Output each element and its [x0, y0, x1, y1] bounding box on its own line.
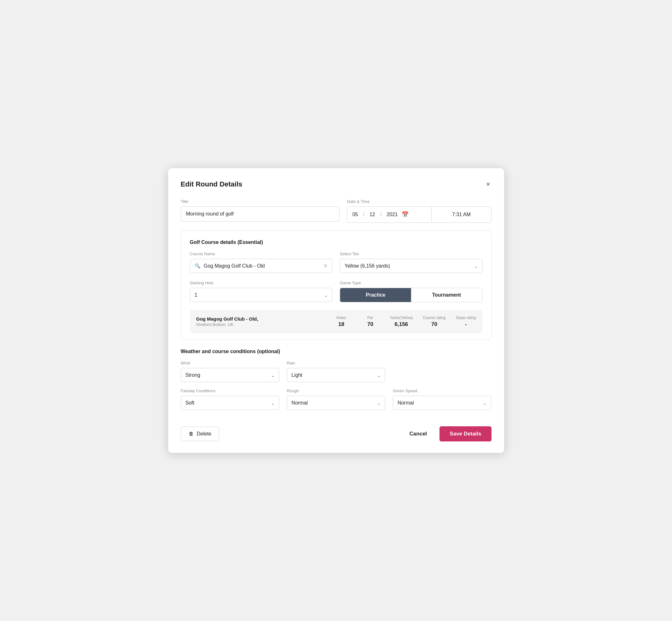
weather-section: Weather and course conditions (optional)…	[181, 349, 492, 410]
golf-course-title: Golf Course details (Essential)	[190, 240, 482, 245]
starting-hole-dropdown[interactable]: 1 10	[190, 288, 333, 302]
cancel-button[interactable]: Cancel	[405, 427, 432, 441]
course-location: Shelford Bottom, UK	[196, 322, 322, 327]
title-group: Title	[181, 199, 339, 221]
green-speed-container[interactable]: Normal Slow Fast Very Fast ⌄	[393, 396, 491, 410]
wind-label: Wind	[181, 361, 279, 365]
edit-round-modal: Edit Round Details × Title Date & Time 0…	[168, 168, 504, 453]
title-label: Title	[181, 199, 339, 204]
rain-container[interactable]: Light None Moderate Heavy ⌄	[287, 368, 385, 382]
course-name-group: Course Name 🔍 ✕	[190, 251, 333, 273]
hole-gametype-row: Starting Hole 1 10 ⌄ Game Type Practice …	[190, 281, 482, 302]
select-tee-group: Select Tee Yellow (6,156 yards) Red Whit…	[340, 251, 482, 273]
course-rating-value: 70	[431, 321, 437, 328]
select-tee-container[interactable]: Yellow (6,156 yards) Red White Blue ⌄	[340, 259, 482, 273]
starting-hole-label: Starting Hole	[190, 281, 333, 285]
date-time-inputs: 05 / 12 / 2021 📅 7:31 AM	[347, 206, 492, 223]
search-icon: 🔍	[195, 263, 201, 269]
yards-stat: Yards(Yellow) 6,156	[390, 316, 413, 328]
weather-section-title: Weather and course conditions (optional)	[181, 349, 492, 355]
course-info-bar: Gog Magog Golf Club - Old, Shelford Bott…	[190, 310, 482, 333]
rough-label: Rough	[287, 388, 385, 393]
green-speed-dropdown[interactable]: Normal Slow Fast Very Fast	[393, 396, 491, 410]
course-rating-label: Course rating	[423, 316, 446, 320]
date-month: 05	[352, 212, 358, 217]
fairway-rough-green-row: Fairway Conditions Soft Normal Firm Hard…	[181, 388, 492, 410]
modal-title: Edit Round Details	[181, 180, 243, 189]
wind-container[interactable]: Strong Calm Light Moderate Very Strong ⌄	[181, 368, 279, 382]
wind-group: Wind Strong Calm Light Moderate Very Str…	[181, 361, 279, 382]
rain-group: Rain Light None Moderate Heavy ⌄	[287, 361, 385, 382]
par-label: Par	[367, 316, 373, 320]
game-type-toggle: Practice Tournament	[340, 288, 482, 302]
fairway-label: Fairway Conditions	[181, 388, 279, 393]
yards-value: 6,156	[395, 321, 408, 328]
green-speed-label: Green Speed	[393, 388, 491, 393]
date-time-group: Date & Time 05 / 12 / 2021 📅 7:31 AM	[347, 199, 492, 223]
fairway-dropdown[interactable]: Soft Normal Firm Hard	[181, 396, 279, 410]
date-input-wrap: 05 / 12 / 2021 📅	[347, 206, 432, 223]
fairway-group: Fairway Conditions Soft Normal Firm Hard…	[181, 388, 279, 410]
course-info-name: Gog Magog Golf Club - Old, Shelford Bott…	[196, 316, 322, 327]
yards-label: Yards(Yellow)	[390, 316, 413, 320]
tournament-toggle-button[interactable]: Tournament	[411, 288, 482, 302]
fairway-container[interactable]: Soft Normal Firm Hard ⌄	[181, 396, 279, 410]
wind-rain-row: Wind Strong Calm Light Moderate Very Str…	[181, 361, 492, 382]
course-full-name: Gog Magog Golf Club - Old,	[196, 316, 322, 322]
date-day: 12	[370, 212, 375, 217]
calendar-icon[interactable]: 📅	[402, 211, 409, 218]
course-name-label: Course Name	[190, 251, 333, 256]
game-type-label: Game Type	[340, 281, 482, 285]
date-time-label: Date & Time	[347, 199, 492, 204]
clear-icon[interactable]: ✕	[323, 263, 328, 269]
time-value: 7:31 AM	[452, 212, 471, 217]
course-rating-stat: Course rating 70	[423, 316, 446, 328]
title-input[interactable]	[181, 206, 339, 221]
par-value: 70	[367, 321, 373, 328]
rain-dropdown[interactable]: Light None Moderate Heavy	[287, 368, 385, 382]
starting-hole-group: Starting Hole 1 10 ⌄	[190, 281, 333, 302]
date-year: 2021	[386, 212, 398, 217]
footer-right: Cancel Save Details	[405, 426, 492, 442]
modal-header: Edit Round Details ×	[181, 179, 492, 189]
save-button[interactable]: Save Details	[439, 426, 491, 442]
rain-label: Rain	[287, 361, 385, 365]
rough-group: Rough Normal Short Long Very Long ⌄	[287, 388, 385, 410]
time-input-wrap: 7:31 AM	[432, 206, 491, 223]
starting-hole-container[interactable]: 1 10 ⌄	[190, 288, 333, 302]
wind-dropdown[interactable]: Strong Calm Light Moderate Very Strong	[181, 368, 279, 382]
title-date-row: Title Date & Time 05 / 12 / 2021 📅 7:31 …	[181, 199, 492, 223]
slope-rating-value: -	[465, 321, 467, 328]
game-type-group: Game Type Practice Tournament	[340, 281, 482, 302]
select-tee-dropdown[interactable]: Yellow (6,156 yards) Red White Blue	[340, 259, 482, 273]
green-speed-group: Green Speed Normal Slow Fast Very Fast ⌄	[393, 388, 491, 410]
delete-label: Delete	[197, 431, 211, 437]
holes-value: 18	[338, 321, 344, 328]
course-tee-row: Course Name 🔍 ✕ Select Tee Yellow (6,156…	[190, 251, 482, 273]
slope-rating-label: Slope rating	[456, 316, 476, 320]
course-name-input[interactable]	[204, 263, 321, 269]
rough-container[interactable]: Normal Short Long Very Long ⌄	[287, 396, 385, 410]
holes-stat: Holes 18	[332, 316, 351, 328]
golf-course-section: Golf Course details (Essential) Course N…	[181, 230, 492, 340]
close-button[interactable]: ×	[485, 179, 492, 189]
practice-toggle-button[interactable]: Practice	[340, 288, 411, 302]
trash-icon: 🗑	[189, 431, 194, 437]
footer-row: 🗑 Delete Cancel Save Details	[181, 420, 492, 442]
delete-button[interactable]: 🗑 Delete	[181, 427, 219, 441]
par-stat: Par 70	[361, 316, 380, 328]
rough-dropdown[interactable]: Normal Short Long Very Long	[287, 396, 385, 410]
select-tee-label: Select Tee	[340, 251, 482, 256]
holes-label: Holes	[336, 316, 346, 320]
slope-rating-stat: Slope rating -	[456, 316, 476, 328]
course-name-input-wrap[interactable]: 🔍 ✕	[190, 259, 333, 273]
